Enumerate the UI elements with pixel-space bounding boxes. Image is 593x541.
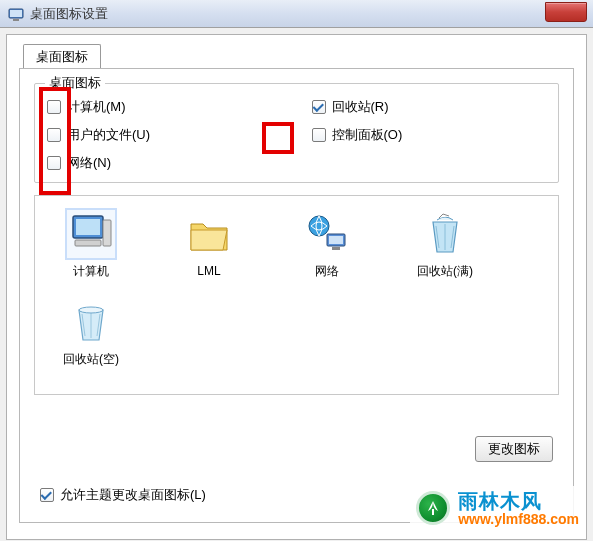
recyclebin-full-icon (421, 210, 469, 258)
icon-label: 回收站(满) (417, 264, 473, 280)
close-button[interactable] (545, 2, 587, 22)
watermark-text: 雨林木风 www.ylmf888.com (458, 490, 579, 527)
dialog-body: 桌面图标 桌面图标 计算机(M) 回收站(R) 用户的文件(U) (6, 34, 587, 540)
checkbox-theme[interactable] (40, 488, 54, 502)
checkbox-userfiles[interactable] (47, 128, 61, 142)
folder-icon (185, 210, 233, 258)
computer-icon (67, 210, 115, 258)
checkbox-label: 计算机(M) (67, 98, 126, 116)
checkbox-row-recyclebin[interactable]: 回收站(R) (312, 98, 547, 116)
icon-cell-network[interactable]: 网络 (283, 210, 371, 280)
checkbox-grid: 计算机(M) 回收站(R) 用户的文件(U) 控制面板(O) 网络(N) (47, 98, 546, 172)
checkbox-label: 用户的文件(U) (67, 126, 150, 144)
svg-rect-9 (329, 236, 343, 244)
checkbox-row-userfiles[interactable]: 用户的文件(U) (47, 126, 282, 144)
icon-cell-recyclebin-empty[interactable]: 回收站(空) (47, 298, 135, 368)
button-row: 更改图标 (475, 436, 553, 462)
tab-row: 桌面图标 (23, 43, 574, 68)
svg-rect-12 (432, 509, 434, 515)
checkbox-label: 控制面板(O) (332, 126, 403, 144)
svg-point-7 (309, 216, 329, 236)
checkbox-controlpanel[interactable] (312, 128, 326, 142)
tab-panel: 桌面图标 计算机(M) 回收站(R) 用户的文件(U) 控制面板(O) (19, 68, 574, 523)
checkbox-label: 回收站(R) (332, 98, 389, 116)
svg-rect-1 (10, 10, 22, 17)
checkbox-row-computer[interactable]: 计算机(M) (47, 98, 282, 116)
svg-point-11 (79, 307, 103, 313)
icon-cell-lml[interactable]: LML (165, 210, 253, 280)
groupbox-title: 桌面图标 (45, 74, 105, 92)
watermark-url: www.ylmf888.com (458, 512, 579, 527)
checkbox-recyclebin[interactable] (312, 100, 326, 114)
titlebar: 桌面图标设置 (0, 0, 593, 28)
recyclebin-empty-icon (67, 298, 115, 346)
svg-rect-5 (75, 240, 101, 246)
checkbox-label: 网络(N) (67, 154, 111, 172)
icon-label: 网络 (315, 264, 339, 280)
checkbox-computer[interactable] (47, 100, 61, 114)
icon-label: LML (197, 264, 220, 280)
svg-rect-4 (76, 219, 100, 235)
svg-rect-10 (332, 247, 340, 250)
change-icon-button[interactable]: 更改图标 (475, 436, 553, 462)
checkbox-row-controlpanel[interactable]: 控制面板(O) (312, 126, 547, 144)
watermark-logo-icon (416, 491, 450, 525)
svg-rect-2 (13, 19, 19, 21)
icon-label: 计算机 (73, 264, 109, 280)
tab-desktop-icons[interactable]: 桌面图标 (23, 44, 101, 69)
watermark: 雨林木风 www.ylmf888.com (410, 486, 585, 531)
icon-cell-computer[interactable]: 计算机 (47, 210, 135, 280)
checkbox-network[interactable] (47, 156, 61, 170)
icon-preview-area: 计算机 LML (34, 195, 559, 395)
checkbox-label: 允许主题更改桌面图标(L) (60, 486, 206, 504)
checkbox-row-network[interactable]: 网络(N) (47, 154, 282, 172)
window-icon (8, 6, 24, 22)
icon-grid: 计算机 LML (47, 210, 546, 367)
watermark-cn: 雨林木风 (458, 490, 579, 512)
icon-cell-recyclebin-full[interactable]: 回收站(满) (401, 210, 489, 280)
icon-label: 回收站(空) (63, 352, 119, 368)
network-icon (303, 210, 351, 258)
svg-rect-6 (103, 220, 111, 246)
groupbox-desktop-icons: 桌面图标 计算机(M) 回收站(R) 用户的文件(U) 控制面板(O) (34, 83, 559, 183)
theme-checkbox-row[interactable]: 允许主题更改桌面图标(L) (40, 486, 206, 504)
window-title: 桌面图标设置 (30, 5, 108, 23)
